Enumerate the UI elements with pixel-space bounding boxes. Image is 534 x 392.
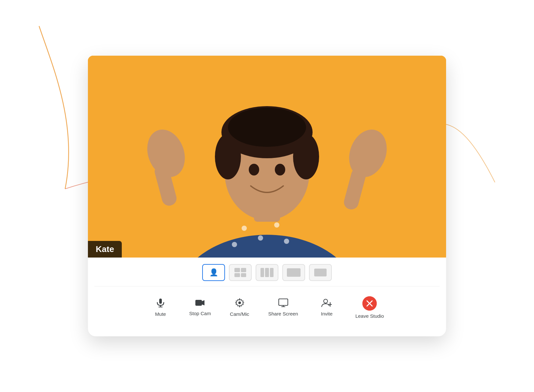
layout-2x2[interactable] (229, 264, 252, 281)
svg-point-17 (249, 164, 259, 175)
svg-point-18 (275, 164, 285, 175)
svg-rect-22 (195, 300, 202, 306)
stop-cam-button[interactable]: Stop Cam (180, 295, 220, 320)
stop-cam-label: Stop Cam (189, 311, 211, 316)
layout-wide[interactable] (282, 264, 305, 281)
leave-studio-button[interactable]: Leave Studio (346, 292, 393, 323)
mute-button[interactable]: Mute (141, 294, 180, 321)
layout-single-person[interactable]: 👤 (202, 264, 225, 281)
leave-studio-label: Leave Studio (355, 313, 384, 319)
leave-icon (362, 296, 377, 311)
svg-point-5 (215, 134, 241, 179)
invite-button[interactable]: Invite (307, 295, 346, 320)
svg-point-14 (274, 222, 279, 228)
camera-icon (195, 299, 205, 308)
svg-point-16 (284, 239, 289, 244)
svg-rect-19 (159, 299, 162, 304)
svg-marker-23 (202, 300, 204, 305)
video-feed (88, 56, 446, 258)
cam-mic-button[interactable]: Cam/Mic (220, 294, 259, 321)
monitor-icon (278, 299, 288, 308)
layout-3col[interactable] (256, 264, 278, 281)
mute-label: Mute (155, 311, 166, 317)
participant-name-badge: Kate (88, 241, 122, 258)
svg-point-6 (293, 134, 319, 179)
video-area: Kate (88, 56, 446, 258)
settings-icon (235, 298, 244, 309)
cam-mic-label: Cam/Mic (230, 311, 249, 317)
mic-icon (156, 298, 165, 309)
svg-point-13 (258, 235, 263, 241)
invite-label: Invite (321, 311, 332, 316)
svg-point-24 (238, 301, 241, 304)
controls-bar: Mute Stop Cam Cam/Mic (94, 286, 440, 330)
share-screen-button[interactable]: Share Screen (259, 295, 307, 320)
layout-minimal[interactable] (309, 264, 332, 281)
video-person-svg (88, 56, 446, 258)
svg-rect-25 (279, 299, 288, 305)
svg-point-7 (228, 108, 306, 147)
person-add-icon (321, 299, 332, 308)
svg-point-15 (232, 242, 237, 247)
person-layout-icon: 👤 (209, 268, 218, 277)
svg-point-12 (242, 226, 247, 231)
studio-container: Kate 👤 (88, 56, 446, 336)
share-screen-label: Share Screen (268, 311, 298, 316)
svg-point-28 (324, 299, 328, 303)
layout-selector: 👤 (88, 258, 446, 286)
